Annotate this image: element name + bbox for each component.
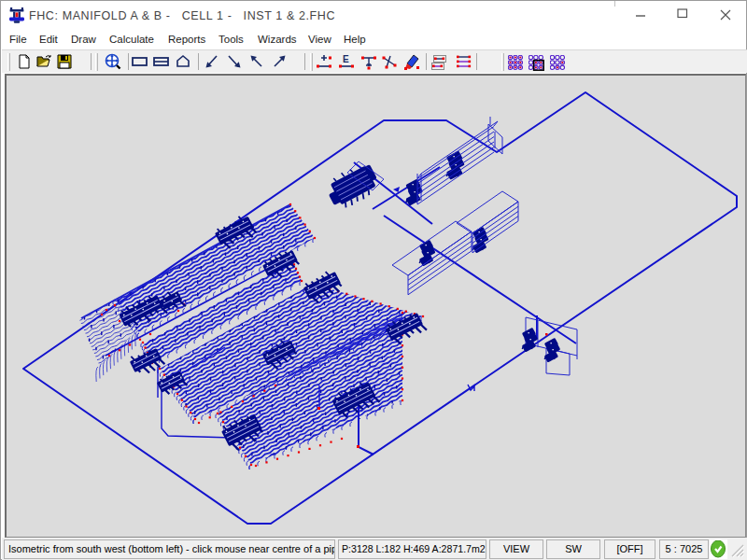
svg-text:E: E — [343, 54, 349, 64]
